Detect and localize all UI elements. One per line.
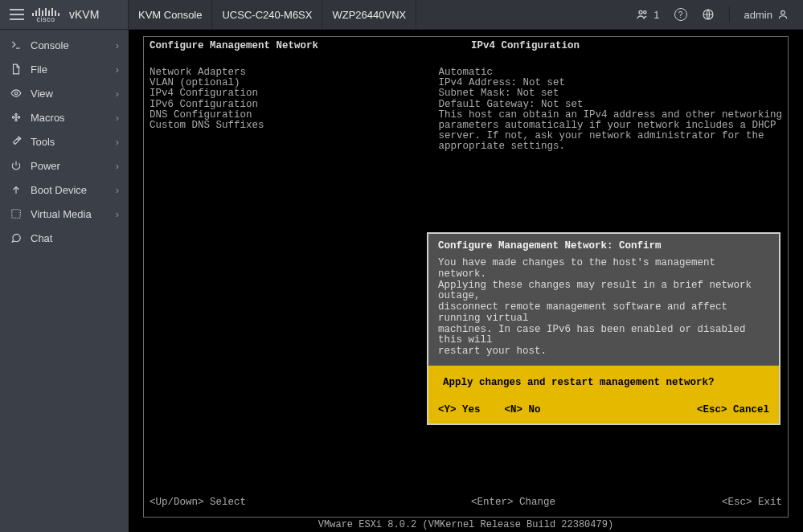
brand-segment: cisco vKVM	[0, 0, 129, 29]
dialog-title: Configure Management Network: Confirm	[428, 234, 779, 255]
app-title: vKVM	[69, 8, 99, 21]
power-icon	[10, 159, 23, 172]
term-header-left: Configure Management Network	[150, 41, 471, 51]
chevron-right-icon: ›	[116, 136, 119, 148]
console-icon	[10, 39, 23, 51]
sidebar-item-macros[interactable]: Macros ›	[0, 105, 129, 129]
sidebar-item-console[interactable]: Console ›	[0, 33, 129, 57]
admin-menu[interactable]: admin	[744, 9, 789, 21]
dialog-question: Apply changes and restart management net…	[428, 366, 779, 393]
chevron-right-icon: ›	[116, 184, 119, 196]
sidebar-item-power[interactable]: Power ›	[0, 153, 129, 178]
chevron-right-icon: ›	[116, 63, 119, 76]
svg-point-0	[639, 10, 642, 14]
arrow-up-icon	[10, 183, 23, 196]
users-icon[interactable]	[636, 8, 649, 21]
build-info: VMware ESXi 8.0.2 (VMKernel Release Buil…	[129, 519, 803, 532]
sidebar-item-virtual-media[interactable]: Virtual Media ›	[0, 202, 129, 226]
hamburger-icon[interactable]	[10, 9, 24, 20]
confirm-dialog: Configure Management Network: Confirm Yo…	[427, 232, 780, 425]
sidebar-item-view[interactable]: View ›	[0, 81, 129, 105]
help-icon[interactable]: ?	[674, 8, 687, 21]
hint-esc: <Esc> Exit	[686, 497, 782, 508]
eye-icon	[10, 87, 23, 100]
term-left-column: Network Adapters VLAN (optional) IPv4 Co…	[150, 68, 438, 152]
term-hint-bar: <Up/Down> Select <Enter> Change <Esc> Ex…	[150, 497, 782, 508]
header-segment-1: UCSC-C240-M6SX	[212, 0, 322, 29]
globe-icon[interactable]	[702, 8, 715, 21]
tools-icon	[10, 135, 23, 148]
sidebar-item-file[interactable]: File ›	[0, 57, 129, 81]
hint-updown: <Up/Down> Select	[150, 497, 471, 508]
dialog-yes-key[interactable]: <Y> Yes	[438, 404, 481, 415]
macros-icon	[10, 111, 23, 124]
header-right-group: 1 ? admin	[636, 6, 803, 23]
chevron-right-icon: ›	[116, 160, 119, 172]
svg-rect-10	[12, 210, 21, 219]
chevron-right-icon: ›	[116, 88, 119, 100]
app-root: cisco vKVM KVM Console UCSC-C240-M6SX WZ…	[0, 0, 803, 532]
kvm-console[interactable]: Configure Management Network IPv4 Config…	[129, 30, 803, 532]
sidebar: Console › File › View › Macros › Tools	[0, 30, 129, 532]
svg-point-7	[15, 113, 17, 115]
header-segment-2: WZP26440VNX	[322, 0, 416, 29]
svg-point-3	[781, 10, 785, 14]
top-bar: cisco vKVM KVM Console UCSC-C240-M6SX WZ…	[0, 0, 803, 30]
sidebar-item-boot-device[interactable]: Boot Device ›	[0, 178, 129, 202]
sidebar-item-chat[interactable]: Chat	[0, 226, 129, 250]
svg-point-9	[15, 119, 17, 121]
chevron-right-icon: ›	[116, 208, 119, 220]
chevron-right-icon: ›	[116, 112, 119, 124]
user-count-label: 1	[653, 9, 659, 21]
svg-point-6	[12, 117, 14, 118]
svg-point-5	[14, 92, 18, 95]
file-icon	[10, 63, 23, 76]
chat-icon	[10, 231, 23, 244]
chevron-right-icon: ›	[116, 39, 119, 51]
user-icon	[777, 9, 789, 20]
hint-enter: <Enter> Change	[471, 497, 686, 508]
sidebar-item-tools[interactable]: Tools ›	[0, 129, 129, 153]
disc-icon	[10, 207, 23, 220]
dialog-body: You have made changes to the host's mana…	[428, 255, 779, 366]
cisco-logo: cisco	[32, 6, 59, 23]
dialog-no-key[interactable]: <N> No	[505, 404, 541, 415]
header-segment-0[interactable]: KVM Console	[129, 0, 212, 29]
term-right-column: Automatic IPv4 Address: Not set Subnet M…	[438, 68, 782, 152]
svg-point-8	[18, 117, 19, 118]
svg-point-1	[644, 11, 646, 14]
dialog-cancel-key[interactable]: <Esc> Cancel	[697, 404, 769, 415]
term-header-right: IPv4 Configuration	[471, 41, 782, 51]
